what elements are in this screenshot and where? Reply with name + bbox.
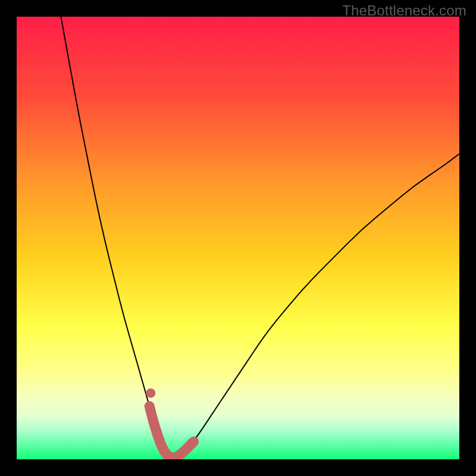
highlight-dot: [146, 389, 155, 398]
plot-area: [17, 17, 459, 459]
curve-path: [61, 17, 459, 458]
bottleneck-curve: [17, 17, 459, 459]
curve-highlight: [149, 406, 193, 458]
watermark-text: TheBottleneck.com: [342, 2, 466, 19]
chart-frame: TheBottleneck.com: [0, 0, 476, 476]
